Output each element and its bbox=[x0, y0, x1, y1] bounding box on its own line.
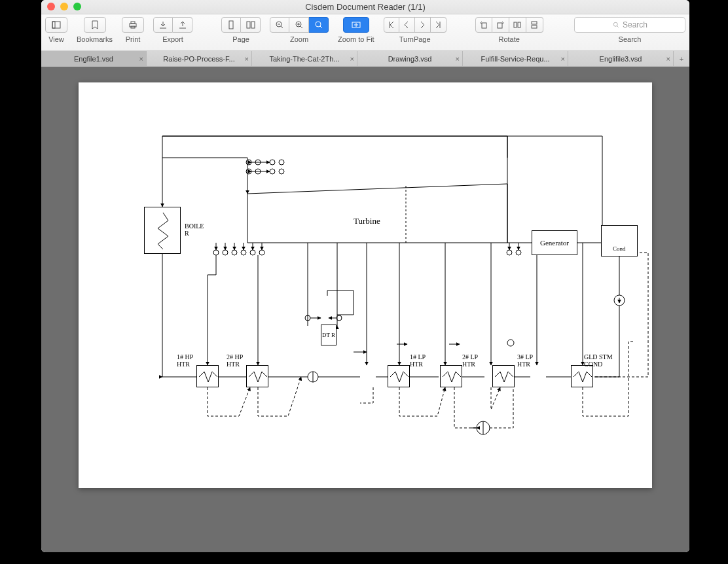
lp1-label: 1# LP HTR bbox=[410, 353, 426, 368]
tab-item[interactable]: Fulfill-Service-Requ...× bbox=[463, 51, 568, 66]
close-tab-icon[interactable]: × bbox=[456, 55, 460, 63]
svg-rect-17 bbox=[532, 26, 537, 28]
gld-label: GLD STM COND bbox=[584, 353, 613, 368]
svg-rect-3 bbox=[131, 22, 135, 24]
svg-point-27 bbox=[213, 250, 219, 255]
boiler-box bbox=[144, 207, 181, 254]
rotate-left-button[interactable] bbox=[475, 17, 492, 33]
tab-label: Engfile1.vsd bbox=[74, 55, 113, 63]
svg-point-25 bbox=[270, 169, 275, 174]
download-icon bbox=[158, 20, 168, 30]
page-single-icon bbox=[226, 20, 236, 30]
zoom-actual-icon bbox=[314, 20, 324, 30]
close-tab-icon[interactable]: × bbox=[561, 55, 565, 63]
generator-label: Generator bbox=[540, 239, 569, 247]
hp2-label: 2# HP HTR bbox=[227, 353, 243, 368]
cond-label: Cond bbox=[613, 245, 626, 252]
rotate-right-button[interactable] bbox=[492, 17, 509, 33]
svg-point-26 bbox=[279, 169, 284, 174]
add-tab-button[interactable]: + bbox=[674, 51, 689, 66]
page-single-button[interactable] bbox=[221, 17, 241, 33]
bookmarks-button[interactable] bbox=[84, 17, 106, 33]
minimize-window-button[interactable] bbox=[60, 3, 68, 10]
svg-point-32 bbox=[259, 250, 264, 255]
last-page-button[interactable] bbox=[431, 17, 446, 33]
rotate-left-icon bbox=[479, 20, 489, 30]
page-double-icon bbox=[246, 20, 256, 30]
flip-h-button[interactable] bbox=[509, 17, 526, 33]
tab-item[interactable]: Englifile3.vsd× bbox=[568, 51, 674, 66]
maximize-window-button[interactable] bbox=[73, 3, 81, 10]
close-window-button[interactable] bbox=[47, 3, 55, 10]
last-page-icon bbox=[433, 20, 443, 30]
svg-rect-5 bbox=[229, 21, 233, 29]
tab-label: Drawing3.vsd bbox=[388, 55, 432, 63]
svg-point-23 bbox=[246, 169, 251, 174]
zoom-label: Zoom bbox=[290, 35, 308, 43]
document-viewport[interactable]: BOILE R Turbine Generator Cond DT R 1# H… bbox=[41, 67, 689, 552]
hp2-htr-box bbox=[246, 365, 268, 387]
zoom-fit-icon bbox=[351, 20, 361, 30]
prev-page-button[interactable] bbox=[399, 17, 415, 33]
search-input[interactable]: Search bbox=[574, 17, 685, 33]
rotate-right-icon bbox=[495, 20, 505, 30]
bookmark-icon bbox=[90, 20, 100, 30]
close-tab-icon[interactable]: × bbox=[350, 55, 354, 63]
export-down-button[interactable] bbox=[153, 17, 173, 33]
toolbar: View Bookmarks Print bbox=[41, 14, 689, 51]
zoom-in-button[interactable] bbox=[289, 17, 309, 33]
zoom-out-icon bbox=[274, 20, 285, 30]
chevron-left-icon bbox=[401, 20, 412, 30]
zoom-out-button[interactable] bbox=[270, 17, 289, 33]
first-page-button[interactable] bbox=[384, 17, 399, 33]
svg-rect-13 bbox=[498, 23, 502, 28]
boiler-label: BOILE R bbox=[185, 222, 204, 237]
svg-point-28 bbox=[223, 250, 228, 255]
svg-rect-0 bbox=[52, 22, 60, 28]
lp2-htr-box bbox=[440, 365, 462, 387]
view-button[interactable] bbox=[45, 17, 67, 33]
svg-point-33 bbox=[507, 250, 512, 255]
svg-rect-12 bbox=[482, 23, 486, 28]
hp1-label: 1# HP HTR bbox=[177, 353, 193, 368]
app-window: Cisdem Document Reader (1/1) View Bookma… bbox=[41, 0, 689, 552]
svg-point-10 bbox=[316, 22, 321, 27]
zoom-actual-button[interactable] bbox=[309, 17, 329, 33]
svg-point-34 bbox=[516, 250, 521, 255]
diagram-lines bbox=[79, 82, 652, 488]
bookmarks-label: Bookmarks bbox=[77, 35, 113, 43]
close-tab-icon[interactable]: × bbox=[139, 55, 143, 63]
tab-label: Raise-PO-Process-F... bbox=[163, 55, 234, 63]
svg-point-30 bbox=[241, 250, 246, 255]
svg-rect-7 bbox=[251, 22, 255, 28]
tab-bar: Engfile1.vsd× Raise-PO-Process-F...× Tak… bbox=[41, 51, 689, 67]
close-tab-icon[interactable]: × bbox=[245, 55, 249, 63]
turbine-label: Turbine bbox=[354, 216, 380, 226]
export-label: Export bbox=[162, 35, 183, 43]
view-label: View bbox=[48, 35, 64, 43]
flip-v-button[interactable] bbox=[526, 17, 543, 33]
page-double-button[interactable] bbox=[241, 17, 261, 33]
svg-point-39 bbox=[507, 340, 514, 346]
svg-rect-14 bbox=[514, 22, 517, 27]
window-controls bbox=[47, 3, 81, 10]
tab-item[interactable]: Raise-PO-Process-F...× bbox=[147, 51, 252, 66]
print-button[interactable] bbox=[122, 17, 144, 33]
dtr-box: DT R bbox=[321, 325, 337, 345]
lp1-htr-box bbox=[388, 365, 410, 387]
zoom-to-fit-button[interactable] bbox=[343, 17, 369, 33]
share-icon bbox=[177, 20, 188, 30]
tab-item[interactable]: Taking-The-Cat-2Th...× bbox=[252, 51, 357, 66]
export-up-button[interactable] bbox=[173, 17, 192, 33]
close-tab-icon[interactable]: × bbox=[666, 55, 670, 63]
print-label: Print bbox=[126, 35, 141, 43]
print-icon bbox=[128, 20, 138, 30]
gld-stm-box bbox=[571, 365, 593, 387]
tab-item[interactable]: Engfile1.vsd× bbox=[41, 51, 147, 66]
tab-item[interactable]: Drawing3.vsd× bbox=[357, 51, 463, 66]
zoom-in-icon bbox=[294, 20, 304, 30]
svg-point-31 bbox=[250, 250, 255, 255]
svg-rect-15 bbox=[518, 22, 520, 27]
document-page: BOILE R Turbine Generator Cond DT R 1# H… bbox=[79, 82, 652, 488]
next-page-button[interactable] bbox=[415, 17, 431, 33]
